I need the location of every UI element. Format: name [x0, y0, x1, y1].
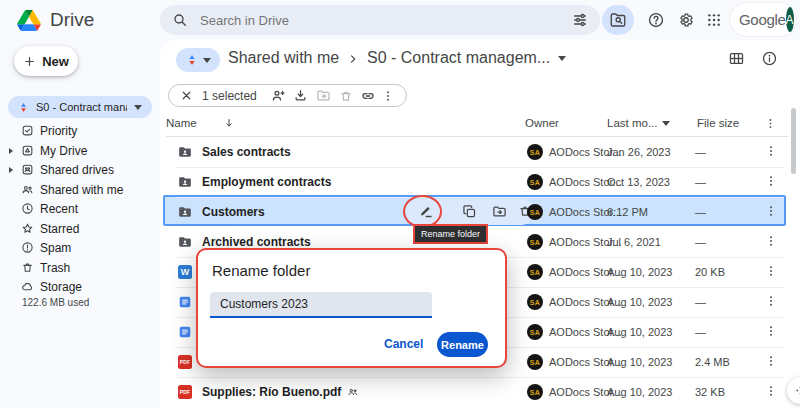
row-more-button[interactable] [764, 354, 778, 368]
trash-icon [339, 89, 353, 103]
row-more-button[interactable] [764, 174, 778, 188]
sidebar-item-recent[interactable]: Recent [0, 199, 160, 218]
help-button[interactable] [640, 5, 672, 35]
table-row[interactable]: Sales contracts SA AODocs Stor... Jan 26… [176, 137, 784, 168]
plus-icon [23, 55, 36, 68]
folder-search-icon [609, 11, 627, 29]
sidebar-item-trash[interactable]: Trash [0, 258, 160, 277]
more-actions-button[interactable] [379, 89, 396, 103]
workspace-selector[interactable]: S0 - Contract mana... [8, 96, 152, 118]
expand-arrow-icon[interactable] [9, 148, 13, 154]
column-name[interactable]: Name [166, 117, 235, 129]
search-input[interactable] [198, 12, 562, 29]
rename-confirm-button[interactable]: Rename [437, 332, 488, 357]
folder-move-icon [492, 204, 507, 219]
sidebar-item-priority[interactable]: Priority [0, 121, 160, 140]
owner-avatar: SA [527, 234, 543, 250]
grid-view-icon [728, 50, 745, 67]
copy-button[interactable] [462, 204, 477, 219]
google-docs-icon [178, 295, 192, 309]
sidebar-item-shared-with-me[interactable]: Shared with me [0, 180, 160, 199]
owner-avatar: SA [527, 174, 543, 190]
account-avatar[interactable]: A [786, 7, 794, 32]
google-docs-icon [178, 325, 192, 339]
share-button[interactable] [267, 88, 290, 103]
google-account-chip[interactable]: Google A [730, 3, 796, 36]
row-more-button[interactable] [764, 294, 778, 308]
row-more-button[interactable] [764, 204, 778, 218]
close-icon [180, 89, 193, 102]
row-more-button[interactable] [764, 324, 778, 338]
row-more-button[interactable] [764, 234, 778, 248]
sidebar-item-my-drive[interactable]: My Drive [0, 141, 160, 160]
scrollbar-thumb[interactable] [791, 108, 796, 174]
help-icon [647, 11, 665, 29]
more-vertical-icon [764, 234, 778, 248]
sidebar-item-starred[interactable]: Starred [0, 219, 160, 238]
table-row[interactable]: PDF Supplies: Río Bueno.pdf SA AODocs St… [176, 377, 784, 407]
rename-folder-dialog: Rename folder Cancel Rename [196, 248, 507, 368]
trash-button[interactable] [334, 89, 357, 103]
column-modified[interactable]: Last mo... [607, 117, 670, 129]
sidebar-item-storage[interactable]: Storage [0, 277, 160, 296]
details-button[interactable] [761, 50, 778, 67]
more-vertical-icon [764, 384, 778, 398]
aodocs-breadcrumb-chip[interactable] [176, 48, 220, 72]
shared-drives-icon [21, 163, 34, 176]
copy-link-button[interactable] [357, 88, 380, 104]
sort-arrow-icon[interactable] [223, 117, 235, 129]
dialog-title: Rename folder [212, 262, 310, 279]
new-button[interactable]: New [14, 46, 78, 76]
layout-toggle-button[interactable] [728, 50, 745, 67]
search-icon[interactable] [172, 12, 188, 28]
more-vertical-icon [764, 117, 777, 130]
drive-brand[interactable]: Drive [17, 9, 94, 31]
more-vertical-icon [764, 174, 778, 188]
move-to-folder-button[interactable] [312, 88, 335, 103]
google-apps-button[interactable] [698, 5, 730, 35]
topbar: Drive [0, 0, 800, 40]
column-owner[interactable]: Owner [525, 117, 559, 129]
folder-move-icon [316, 88, 331, 103]
search-bar[interactable] [160, 5, 600, 35]
owner-avatar: SA [527, 204, 543, 220]
breadcrumb-current-folder[interactable]: S0 - Contract managem... [367, 49, 566, 67]
table-row[interactable]: Employment contracts SA AODocs Stor... O… [176, 167, 784, 198]
expand-arrow-icon[interactable] [9, 167, 13, 173]
clear-selection-button[interactable] [179, 89, 194, 102]
header-more-button[interactable] [764, 117, 777, 130]
breadcrumb-shared-with-me[interactable]: Shared with me [228, 49, 339, 67]
folder-name-input[interactable] [210, 292, 432, 318]
download-button[interactable] [289, 88, 312, 103]
my-drive-icon [21, 144, 34, 157]
drive-logo-icon [17, 10, 41, 31]
workspace-selector-label: S0 - Contract mana... [36, 101, 127, 113]
more-vertical-icon [764, 264, 778, 278]
row-more-button[interactable] [764, 384, 778, 398]
row-more-button[interactable] [764, 144, 778, 158]
rename-tooltip: Rename folder [413, 224, 488, 244]
sidebar: New S0 - Contract mana... Priority My Dr… [0, 40, 160, 408]
sidebar-item-spam[interactable]: Spam [0, 238, 160, 257]
owner-avatar: SA [527, 144, 543, 160]
spam-icon [21, 241, 34, 254]
search-options-icon[interactable] [572, 12, 588, 28]
sidebar-item-shared-drives[interactable]: Shared drives [0, 160, 160, 179]
table-header: Name Owner Last mo... File size [166, 112, 788, 137]
column-size[interactable]: File size [697, 117, 739, 129]
move-to-folder-button[interactable] [492, 204, 507, 219]
owner-avatar: SA [527, 324, 543, 340]
person-add-icon [271, 88, 286, 103]
search-in-folder-button[interactable] [602, 5, 634, 35]
owner-avatar: SA [527, 354, 543, 370]
more-vertical-icon [381, 89, 395, 103]
row-more-button[interactable] [764, 264, 778, 278]
cancel-button[interactable]: Cancel [384, 337, 423, 351]
chevron-down-icon [558, 56, 566, 61]
table-row-selected[interactable]: Customers SA AODocs Stor... 6:12 PM — [176, 197, 784, 227]
people-icon [21, 183, 34, 196]
more-vertical-icon [764, 294, 778, 308]
new-button-label: New [42, 54, 69, 69]
owner-avatar: SA [527, 264, 543, 280]
floating-widget-button[interactable] [787, 377, 800, 404]
